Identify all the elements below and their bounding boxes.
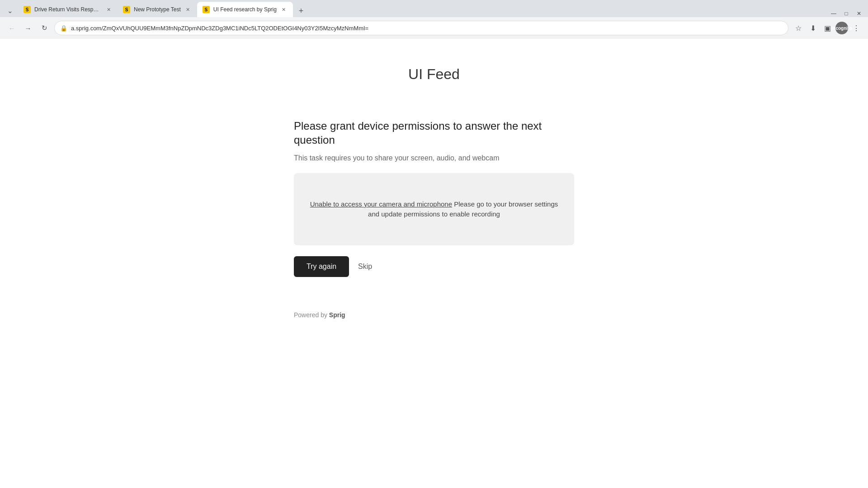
powered-by-brand: Sprig (329, 311, 345, 319)
sidebar-icon: ▣ (824, 24, 831, 33)
tab-title-3: UI Feed research by Sprig (213, 6, 277, 13)
incognito-label: Incognito (832, 26, 852, 31)
tab-title-2: New Prototype Test (134, 6, 181, 13)
reload-button[interactable]: ↻ (38, 22, 51, 34)
try-again-button[interactable]: Try again (294, 256, 349, 277)
plus-icon: + (299, 6, 304, 16)
forward-button[interactable]: → (22, 22, 34, 34)
powered-by: Powered by Sprig (294, 311, 574, 319)
address-bar: ← → ↻ 🔒 a.sprig.com/ZmQxVUhQUU9EMmM3fnNp… (0, 17, 868, 39)
tab-favicon-1: S (24, 6, 31, 13)
lock-icon: 🔒 (60, 25, 67, 32)
permissions-error-text: Unable to access your camera and microph… (307, 199, 561, 220)
tab-title-1: Drive Return Visits Responses (34, 6, 101, 13)
minimize-button[interactable]: — (830, 10, 837, 17)
permissions-box: Unable to access your camera and microph… (294, 173, 574, 245)
more-menu-button[interactable]: ⋮ (850, 22, 863, 34)
camera-microphone-error-link[interactable]: Unable to access your camera and microph… (310, 200, 452, 208)
tab-close-3[interactable]: ✕ (280, 6, 288, 13)
bookmark-button[interactable]: ☆ (792, 22, 805, 34)
maximize-button[interactable]: □ (843, 10, 850, 17)
download-button[interactable]: ⬇ (807, 22, 819, 34)
browser-chrome: ⌄ S Drive Return Visits Responses ✕ S Ne… (0, 0, 868, 39)
action-row: Try again Skip (294, 256, 574, 277)
close-window-button[interactable]: ✕ (855, 10, 863, 17)
page-content: UI Feed Please grant device permissions … (0, 39, 868, 471)
download-icon: ⬇ (810, 24, 816, 33)
tab-close-2[interactable]: ✕ (184, 6, 192, 13)
tab-ui-feed-research[interactable]: S UI Feed research by Sprig ✕ (197, 2, 293, 17)
tab-favicon-3: S (203, 6, 210, 13)
tab-new-prototype-test[interactable]: S New Prototype Test ✕ (118, 2, 197, 17)
back-button[interactable]: ← (5, 22, 18, 34)
back-icon: ← (9, 24, 15, 32)
reload-icon: ↻ (42, 24, 47, 32)
new-tab-button[interactable]: + (295, 5, 307, 17)
tab-overflow-button[interactable]: ⌄ (4, 5, 16, 17)
tab-favicon-2: S (123, 6, 130, 13)
powered-by-prefix: Powered by (294, 311, 329, 319)
star-icon: ☆ (795, 24, 802, 33)
page-title: UI Feed (408, 66, 460, 83)
tab-close-1[interactable]: ✕ (105, 6, 112, 13)
skip-link[interactable]: Skip (358, 263, 372, 271)
forward-icon: → (25, 24, 32, 32)
permissions-container: Please grant device permissions to answe… (294, 119, 574, 319)
profile-button[interactable]: Incognito (835, 22, 848, 34)
url-bar[interactable]: 🔒 a.sprig.com/ZmQxVUhQUU9EMmM3fnNpZDpmND… (54, 21, 788, 35)
permissions-subtitle: This task requires you to share your scr… (294, 154, 574, 162)
url-text: a.sprig.com/ZmQxVUhQUU9EMmM3fnNpZDpmNDc3… (71, 25, 783, 32)
tab-drive-return-visits[interactable]: S Drive Return Visits Responses ✕ (18, 2, 118, 17)
more-icon: ⋮ (853, 24, 860, 33)
chevron-down-icon: ⌄ (7, 7, 13, 15)
permissions-heading: Please grant device permissions to answe… (294, 119, 574, 147)
toolbar-actions: ☆ ⬇ ▣ Incognito ⋮ (792, 22, 863, 34)
tab-bar: ⌄ S Drive Return Visits Responses ✕ S Ne… (0, 0, 868, 17)
